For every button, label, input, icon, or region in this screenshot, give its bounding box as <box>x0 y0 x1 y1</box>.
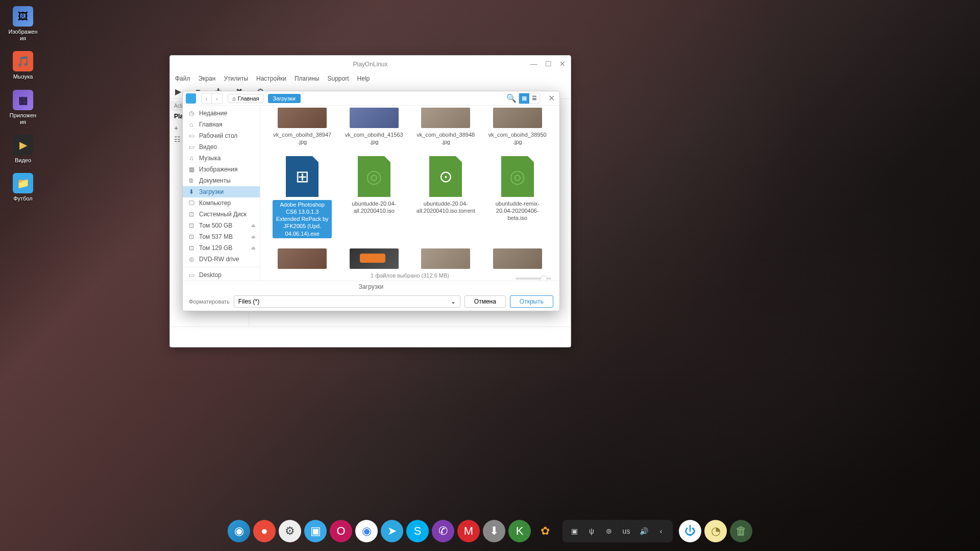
dock: ◉●⚙▣O◉➤S✆M⬇K✿▣ψ⊚us🔊‹⏻◔🗑 <box>228 517 752 545</box>
search-button[interactable]: 🔍 <box>506 93 517 104</box>
file-item[interactable]: ubuntudde-20.04-all.20200410.iso <box>341 154 407 240</box>
open-button[interactable]: Открыть <box>510 295 553 308</box>
dock-playonlinux[interactable]: ✿ <box>534 520 556 542</box>
music-icon: 🎵 <box>13 51 33 71</box>
file-item[interactable] <box>341 246 407 274</box>
folder-icon: 🗎 <box>188 177 195 184</box>
file-item[interactable] <box>485 246 550 274</box>
eject-icon[interactable]: ⏏ <box>251 234 256 239</box>
sidebar-item-Том 129 GB[interactable]: ⊡Том 129 GB⏏ <box>183 242 260 254</box>
dock-launcher[interactable]: ◉ <box>228 520 250 542</box>
dock-mega[interactable]: M <box>457 520 480 542</box>
view-list-button[interactable]: ☰ <box>529 93 540 104</box>
file-item[interactable] <box>413 246 478 274</box>
folder-icon: ▦ <box>188 166 195 173</box>
window-titlebar[interactable]: PlayOnLinux — ☐ ✕ <box>170 56 571 72</box>
desktop-icon-apps[interactable]: ▦Приложен ия <box>8 90 38 126</box>
dock-transmission[interactable]: ⬇ <box>483 520 505 542</box>
view-grid-button[interactable]: ▦ <box>519 93 529 104</box>
close-button[interactable]: ✕ <box>558 60 567 68</box>
eject-icon[interactable]: ⏏ <box>251 223 256 228</box>
menu-file[interactable]: Файл <box>175 75 190 82</box>
file-item[interactable]: vk_com_oboihd_38950.jpg <box>485 106 550 148</box>
toolbar-run[interactable]: ▶ <box>175 87 181 96</box>
file-item[interactable]: ubuntudde-remix-20.04-20200406-beta.iso <box>485 154 550 240</box>
file-item[interactable]: vk_com_oboihd_41563.jpg <box>341 106 407 148</box>
folder-icon: ♫ <box>188 155 195 162</box>
status-bar: 1 файлов выбрано (312.6 MB) <box>260 270 559 281</box>
sidebar-item-Компьютер[interactable]: 🖵Компьютер <box>183 197 260 209</box>
maximize-button[interactable]: ☐ <box>544 60 552 68</box>
sidebar-item-Изображения[interactable]: ▦Изображения <box>183 164 260 175</box>
system-tray: ▣ψ⊚us🔊‹ <box>562 520 673 542</box>
file-icon <box>501 156 534 197</box>
sidebar-item-Главная[interactable]: ⌂Главная <box>183 119 260 130</box>
nav-forward-button[interactable]: › <box>212 93 222 104</box>
close-button[interactable]: ✕ <box>546 93 556 104</box>
file-item[interactable]: vk_com_oboihd_38948.jpg <box>413 106 478 148</box>
file-icon <box>286 156 318 197</box>
image-thumbnail <box>350 248 399 269</box>
file-item[interactable] <box>270 246 335 274</box>
sidebar-item-Рабочий стол[interactable]: ▭Рабочий стол <box>183 130 260 141</box>
menu-settings[interactable]: Настройки <box>256 75 286 82</box>
fc-sidebar: ◷Недавние⌂Главная▭Рабочий стол▭Видео♫Муз… <box>183 106 260 281</box>
dock-telegram[interactable]: ➤ <box>381 520 403 542</box>
sidebar-item-Недавние[interactable]: ◷Недавние <box>183 108 260 119</box>
file-item[interactable]: Adobe Photoshop CS6 13.0.1.3 Extended Re… <box>270 154 335 240</box>
sidebar-item-Документы[interactable]: 🗎Документы <box>183 175 260 186</box>
nav-back-button[interactable]: ‹ <box>202 93 212 104</box>
desktop-icon-football[interactable]: 📁Футбол <box>8 173 38 202</box>
image-thumbnail <box>278 248 327 269</box>
zoom-slider[interactable] <box>516 278 551 280</box>
file-item[interactable]: ubuntudde-20.04-all.20200410.iso.torrent <box>413 154 478 240</box>
desktop-icon-video[interactable]: ▶Видео <box>8 135 38 164</box>
menu-support[interactable]: Support <box>328 75 349 82</box>
dock-recorder[interactable]: ● <box>253 520 276 542</box>
breadcrumb-home[interactable]: ⌂Главная <box>228 94 264 103</box>
dock-trash[interactable]: 🗑 <box>730 520 752 542</box>
sidebar-item-Загрузки[interactable]: ⬇Загрузки <box>183 186 260 197</box>
dock-chrome[interactable]: ◉ <box>355 520 378 542</box>
sidebar-item-Видео[interactable]: ▭Видео <box>183 141 260 153</box>
sidebar-item-DVD-RW drive[interactable]: ◎DVD-RW drive <box>183 254 260 265</box>
menu-screen[interactable]: Экран <box>199 75 216 82</box>
format-select[interactable]: Files (*)⌄ <box>234 295 460 308</box>
tray-usb[interactable]: ψ <box>583 522 600 540</box>
sidebar-item-Desktop[interactable]: ▭Desktop <box>183 269 260 281</box>
folder-icon: 🖵 <box>188 199 195 207</box>
dock-appstore[interactable]: ▣ <box>304 520 327 542</box>
file-manager-icon <box>186 93 196 104</box>
minimize-button[interactable]: — <box>530 60 538 68</box>
desktop-icon-music[interactable]: 🎵Мызука <box>8 51 38 80</box>
tray-keyboard[interactable]: us <box>618 522 635 540</box>
file-icon <box>358 156 390 197</box>
dock-opera[interactable]: O <box>330 520 352 542</box>
tray-collapse[interactable]: ‹ <box>652 522 670 540</box>
tray-wifi[interactable]: ⊚ <box>600 522 618 540</box>
eject-icon[interactable]: ⏏ <box>251 245 256 251</box>
dock-skype[interactable]: S <box>406 520 429 542</box>
dock-viber[interactable]: ✆ <box>432 520 454 542</box>
file-item[interactable]: vk_com_oboihd_38947.jpg <box>270 106 335 148</box>
image-thumbnail <box>350 108 399 128</box>
folder-icon: ⊡ <box>188 233 195 240</box>
tray-volume[interactable]: 🔊 <box>635 522 652 540</box>
sidebar-item-Музыка[interactable]: ♫Музыка <box>183 153 260 164</box>
fc-content[interactable]: vk_com_oboihd_38947.jpgvk_com_oboihd_415… <box>260 106 559 281</box>
dock-kodi[interactable]: K <box>508 520 531 542</box>
menu-utils[interactable]: Утилиты <box>224 75 248 82</box>
image-thumbnail <box>421 108 470 128</box>
sidebar-item-Том 500 GB[interactable]: ⊡Том 500 GB⏏ <box>183 220 260 231</box>
sidebar-item-Системный Диск[interactable]: ⊡Системный Диск <box>183 209 260 220</box>
dock-settings[interactable]: ⚙ <box>279 520 301 542</box>
menu-plugins[interactable]: Плагины <box>295 75 320 82</box>
tray-notification[interactable]: ▣ <box>566 522 583 540</box>
breadcrumb-current[interactable]: Загрузки <box>268 94 301 103</box>
desktop-icon-images[interactable]: 🖼Изображен ия <box>8 6 38 42</box>
sidebar-item-Том 537 MB[interactable]: ⊡Том 537 MB⏏ <box>183 231 260 242</box>
dock-time[interactable]: ◔ <box>704 520 727 542</box>
cancel-button[interactable]: Отмена <box>464 295 506 308</box>
dock-power[interactable]: ⏻ <box>679 520 701 542</box>
menu-help[interactable]: Help <box>357 75 370 82</box>
